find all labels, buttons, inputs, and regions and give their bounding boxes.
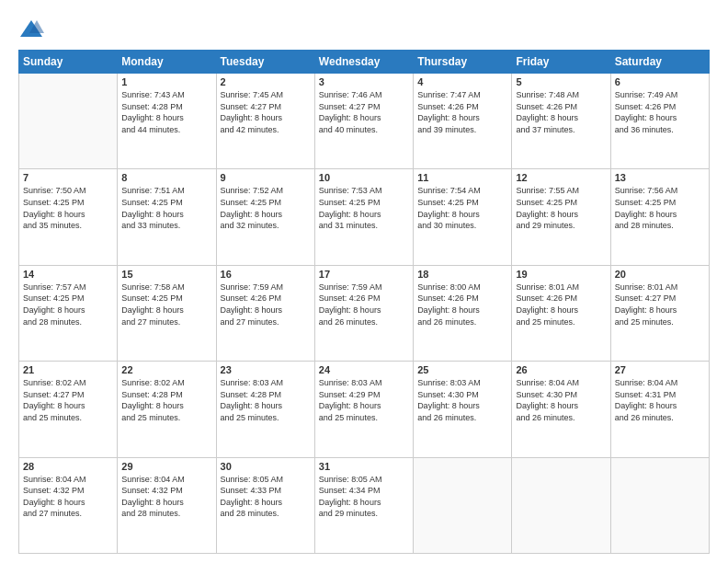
calendar-cell: 6Sunrise: 7:49 AM Sunset: 4:26 PM Daylig… — [610, 74, 709, 169]
day-info: Sunrise: 7:59 AM Sunset: 4:26 PM Dayligh… — [319, 282, 409, 327]
calendar-cell: 28Sunrise: 8:04 AM Sunset: 4:32 PM Dayli… — [19, 457, 118, 553]
day-number: 18 — [417, 269, 507, 280]
day-number: 20 — [615, 269, 705, 280]
day-number: 1 — [121, 76, 211, 87]
day-number: 24 — [319, 364, 409, 375]
day-number: 6 — [615, 76, 705, 87]
day-number: 29 — [121, 461, 211, 472]
day-info: Sunrise: 8:05 AM Sunset: 4:34 PM Dayligh… — [319, 474, 409, 520]
day-info: Sunrise: 7:46 AM Sunset: 4:27 PM Dayligh… — [319, 89, 409, 135]
calendar-cell: 5Sunrise: 7:48 AM Sunset: 4:26 PM Daylig… — [512, 74, 610, 169]
day-info: Sunrise: 8:03 AM Sunset: 4:29 PM Dayligh… — [319, 377, 409, 423]
calendar-cell — [414, 457, 512, 553]
day-number: 23 — [221, 364, 311, 375]
day-info: Sunrise: 8:03 AM Sunset: 4:30 PM Dayligh… — [417, 377, 507, 423]
day-number: 7 — [23, 172, 113, 183]
weekday-header: Sunday — [19, 51, 118, 74]
weekday-header: Saturday — [610, 51, 709, 74]
day-number: 21 — [23, 364, 113, 375]
calendar-cell: 21Sunrise: 8:02 AM Sunset: 4:27 PM Dayli… — [19, 362, 118, 457]
day-info: Sunrise: 7:51 AM Sunset: 4:25 PM Dayligh… — [121, 185, 211, 231]
calendar-table: SundayMondayTuesdayWednesdayThursdayFrid… — [18, 50, 710, 554]
calendar-cell: 18Sunrise: 8:00 AM Sunset: 4:26 PM Dayli… — [414, 265, 512, 361]
day-number: 30 — [221, 461, 311, 472]
day-number: 4 — [417, 76, 507, 87]
calendar-cell: 7Sunrise: 7:50 AM Sunset: 4:25 PM Daylig… — [19, 169, 118, 265]
day-number: 12 — [516, 172, 606, 183]
day-number: 22 — [121, 364, 211, 375]
calendar-week-row: 7Sunrise: 7:50 AM Sunset: 4:25 PM Daylig… — [19, 169, 710, 265]
day-number: 9 — [221, 172, 311, 183]
calendar-cell: 15Sunrise: 7:58 AM Sunset: 4:25 PM Dayli… — [118, 265, 216, 361]
day-info: Sunrise: 8:04 AM Sunset: 4:31 PM Dayligh… — [615, 377, 705, 423]
day-info: Sunrise: 8:00 AM Sunset: 4:26 PM Dayligh… — [417, 282, 507, 327]
day-info: Sunrise: 7:58 AM Sunset: 4:25 PM Dayligh… — [121, 282, 211, 327]
logo — [18, 17, 48, 42]
day-number: 8 — [121, 172, 211, 183]
header-row: SundayMondayTuesdayWednesdayThursdayFrid… — [19, 51, 710, 74]
day-info: Sunrise: 8:01 AM Sunset: 4:26 PM Dayligh… — [516, 282, 606, 327]
calendar-cell: 29Sunrise: 8:04 AM Sunset: 4:32 PM Dayli… — [118, 457, 216, 553]
calendar-cell: 20Sunrise: 8:01 AM Sunset: 4:27 PM Dayli… — [610, 265, 709, 361]
day-number: 19 — [516, 269, 606, 280]
day-info: Sunrise: 7:55 AM Sunset: 4:25 PM Dayligh… — [516, 185, 606, 231]
day-number: 14 — [23, 269, 113, 280]
top-section — [18, 17, 710, 42]
day-number: 26 — [516, 364, 606, 375]
day-number: 3 — [319, 76, 409, 87]
day-number: 27 — [615, 364, 705, 375]
day-number: 10 — [319, 172, 409, 183]
weekday-header: Friday — [512, 51, 610, 74]
calendar-cell: 16Sunrise: 7:59 AM Sunset: 4:26 PM Dayli… — [216, 265, 314, 361]
calendar-week-row: 1Sunrise: 7:43 AM Sunset: 4:28 PM Daylig… — [19, 74, 710, 169]
day-number: 15 — [121, 269, 211, 280]
day-info: Sunrise: 7:45 AM Sunset: 4:27 PM Dayligh… — [221, 89, 311, 135]
day-number: 28 — [23, 461, 113, 472]
calendar-cell: 10Sunrise: 7:53 AM Sunset: 4:25 PM Dayli… — [314, 169, 413, 265]
day-info: Sunrise: 7:50 AM Sunset: 4:25 PM Dayligh… — [23, 185, 113, 231]
logo-icon — [18, 17, 44, 42]
weekday-header: Monday — [118, 51, 216, 74]
calendar-cell: 3Sunrise: 7:46 AM Sunset: 4:27 PM Daylig… — [314, 74, 413, 169]
calendar-cell: 9Sunrise: 7:52 AM Sunset: 4:25 PM Daylig… — [216, 169, 314, 265]
day-info: Sunrise: 8:05 AM Sunset: 4:33 PM Dayligh… — [221, 474, 311, 520]
calendar-cell — [19, 74, 118, 169]
day-info: Sunrise: 7:48 AM Sunset: 4:26 PM Dayligh… — [516, 89, 606, 135]
day-number: 17 — [319, 269, 409, 280]
calendar-cell — [512, 457, 610, 553]
calendar-cell: 24Sunrise: 8:03 AM Sunset: 4:29 PM Dayli… — [314, 362, 413, 457]
calendar-cell: 26Sunrise: 8:04 AM Sunset: 4:30 PM Dayli… — [512, 362, 610, 457]
calendar-cell: 19Sunrise: 8:01 AM Sunset: 4:26 PM Dayli… — [512, 265, 610, 361]
calendar-cell: 23Sunrise: 8:03 AM Sunset: 4:28 PM Dayli… — [216, 362, 314, 457]
day-info: Sunrise: 8:02 AM Sunset: 4:27 PM Dayligh… — [23, 377, 113, 423]
day-info: Sunrise: 7:57 AM Sunset: 4:25 PM Dayligh… — [23, 282, 113, 327]
calendar-cell: 30Sunrise: 8:05 AM Sunset: 4:33 PM Dayli… — [216, 457, 314, 553]
calendar-cell: 2Sunrise: 7:45 AM Sunset: 4:27 PM Daylig… — [216, 74, 314, 169]
calendar-cell: 4Sunrise: 7:47 AM Sunset: 4:26 PM Daylig… — [414, 74, 512, 169]
calendar-cell: 27Sunrise: 8:04 AM Sunset: 4:31 PM Dayli… — [610, 362, 709, 457]
calendar-week-row: 28Sunrise: 8:04 AM Sunset: 4:32 PM Dayli… — [19, 457, 710, 553]
weekday-header: Thursday — [414, 51, 512, 74]
calendar-week-row: 14Sunrise: 7:57 AM Sunset: 4:25 PM Dayli… — [19, 265, 710, 361]
calendar-cell: 17Sunrise: 7:59 AM Sunset: 4:26 PM Dayli… — [314, 265, 413, 361]
day-info: Sunrise: 8:04 AM Sunset: 4:32 PM Dayligh… — [121, 474, 211, 520]
calendar-cell: 8Sunrise: 7:51 AM Sunset: 4:25 PM Daylig… — [118, 169, 216, 265]
calendar-cell: 14Sunrise: 7:57 AM Sunset: 4:25 PM Dayli… — [19, 265, 118, 361]
day-info: Sunrise: 7:43 AM Sunset: 4:28 PM Dayligh… — [121, 89, 211, 135]
day-info: Sunrise: 8:03 AM Sunset: 4:28 PM Dayligh… — [221, 377, 311, 423]
weekday-header: Tuesday — [216, 51, 314, 74]
day-info: Sunrise: 8:01 AM Sunset: 4:27 PM Dayligh… — [615, 282, 705, 327]
day-info: Sunrise: 7:53 AM Sunset: 4:25 PM Dayligh… — [319, 185, 409, 231]
day-number: 16 — [221, 269, 311, 280]
day-info: Sunrise: 7:56 AM Sunset: 4:25 PM Dayligh… — [615, 185, 705, 231]
calendar-cell: 12Sunrise: 7:55 AM Sunset: 4:25 PM Dayli… — [512, 169, 610, 265]
calendar-cell: 1Sunrise: 7:43 AM Sunset: 4:28 PM Daylig… — [118, 74, 216, 169]
weekday-header: Wednesday — [314, 51, 413, 74]
page: SundayMondayTuesdayWednesdayThursdayFrid… — [0, 0, 728, 563]
day-number: 11 — [417, 172, 507, 183]
calendar-cell: 11Sunrise: 7:54 AM Sunset: 4:25 PM Dayli… — [414, 169, 512, 265]
day-number: 2 — [221, 76, 311, 87]
day-info: Sunrise: 7:49 AM Sunset: 4:26 PM Dayligh… — [615, 89, 705, 135]
day-number: 31 — [319, 461, 409, 472]
calendar-cell: 31Sunrise: 8:05 AM Sunset: 4:34 PM Dayli… — [314, 457, 413, 553]
